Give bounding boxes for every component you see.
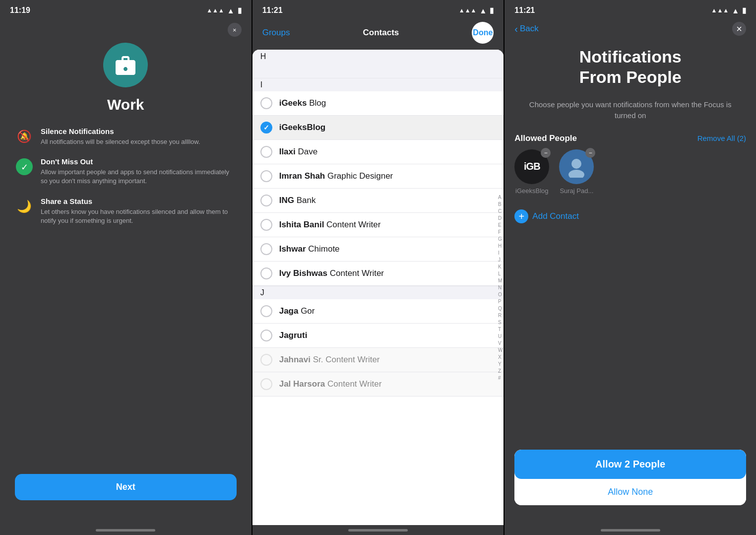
contact-name-ivy: Ivy Bishwas Content Writer [279,268,384,278]
section-i: I [252,78,504,91]
contact-row-ivy[interactable]: Ivy Bishwas Content Writer [252,262,504,286]
radio-jahnavi [260,354,272,366]
radio-ing [260,195,272,206]
contact-row-igeeksblog-chk[interactable]: iGeeksBlog [252,116,504,140]
wifi-icon-3: ▲ [732,6,739,15]
add-contact-label: Add Contact [532,211,579,221]
contact-name-jaga: Jaga Gor [279,306,315,316]
contact-name-ishwar: Ishwar Chimote [279,244,340,254]
contact-row-jahnavi[interactable]: Jahnavi Sr. Content Writer [252,348,504,372]
avatar-remove-igb[interactable]: − [541,148,551,158]
section-j: J [252,286,504,299]
radio-igeeksblog-nochk [260,97,272,109]
status-bar-3: 11:21 ▲▲▲ ▲ ▮ [504,0,756,18]
battery-icon-2: ▮ [490,6,494,15]
home-bar-1 [96,529,155,532]
next-button[interactable]: Next [15,474,237,500]
avatar-igb-wrapper: iGB − [514,149,549,184]
contact-row-ishwar[interactable]: Ishwar Chimote [252,237,504,262]
allowed-people-label: Allowed People [514,134,577,143]
feature-status: 🌙 Share a Status Let others know you hav… [15,197,237,225]
avatar-remove-suraj[interactable]: − [585,148,595,158]
contact-row-igeeksblog-nochk[interactable]: iGeeks Blog [252,91,504,116]
panel1: 11:19 ▲▲▲ ▲ ▮ × Work 🔕 Silence Notificat… [0,0,252,535]
avatar-igb-text: iGB [524,161,540,172]
svg-point-3 [568,170,584,178]
contact-name-ilaxi: Ilaxi Dave [279,147,318,157]
home-indicator-2 [252,525,504,535]
feature-status-title: Share a Status [41,197,237,205]
status-bar-2: 11:21 ▲▲▲ ▲ ▮ [252,0,504,18]
status-bar-1: 11:19 ▲▲▲ ▲ ▮ [0,0,252,18]
work-icon [103,43,148,87]
home-bar-3 [601,529,660,532]
avatar-suraj-name: Suraj Pad... [560,187,593,195]
contact-name-igeeksblog-nochk: iGeeks Blog [279,98,326,108]
remove-all-button[interactable]: Remove All (2) [697,134,746,142]
contacts-scroll: H I iGeeks Blog iGeeksBlog Ilaxi Dave Im… [252,50,504,525]
add-circle-icon: + [514,209,528,223]
groups-button[interactable]: Groups [262,28,290,38]
status-icons-1: ▲▲▲ ▲ ▮ [206,6,242,15]
battery-icon-3: ▮ [742,6,746,15]
radio-ilaxi [260,146,272,158]
status-icon: 🌙 [15,197,34,216]
alphabet-index[interactable]: A B C D E F G H I J K L M N O P Q R S T … [498,194,503,381]
section-h: H [252,50,504,63]
radio-jagruti [260,330,272,341]
avatar-igb-name: iGeeksBlog [515,187,548,195]
add-contact-button[interactable]: + Add Contact [504,209,756,223]
panel1-main: × Work 🔕 Silence Notifications All notif… [0,18,252,525]
notifications-title: NotificationsFrom People [504,42,756,92]
time-3: 11:21 [514,6,535,15]
contact-row-ing[interactable]: ING Bank [252,189,504,213]
dontmiss-icon: ✓ [15,157,34,176]
allow-people-button[interactable]: Allow 2 People [514,450,746,479]
status-icons-3: ▲▲▲ ▲ ▮ [711,6,747,15]
allow-none-button[interactable]: Allow None [514,479,746,505]
done-button[interactable]: Done [472,22,494,44]
contacts-panel-inner: H I iGeeks Blog iGeeksBlog Ilaxi Dave Im… [252,50,504,525]
contact-row-imran[interactable]: Imran Shah Graphic Designer [252,164,504,189]
radio-igeeksblog-chk [260,122,272,134]
contact-name-jahnavi: Jahnavi Sr. Content Writer [279,355,380,365]
contacts-nav: Groups Contacts Done [252,18,504,50]
contact-row-ishita[interactable]: Ishita Banil Content Writer [252,213,504,237]
time-1: 11:19 [10,6,30,15]
section-h-spacer [252,63,504,78]
panel3: 11:21 ▲▲▲ ▲ ▮ ‹ Back × NotificationsFrom… [504,0,756,535]
contact-name-igeeksblog-chk: iGeeksBlog [279,123,326,133]
home-bar-2 [348,529,408,532]
briefcase-icon [114,53,137,77]
panel3-content: ‹ Back × NotificationsFrom People Choose… [504,18,756,525]
radio-ivy [260,268,272,279]
avatars-row: iGB − iGeeksBlog − Suraj Pad... [504,149,756,195]
contacts-title: Contacts [363,28,399,38]
wifi-icon-2: ▲ [479,6,487,15]
contact-row-jal[interactable]: Jal Harsora Content Writer [252,372,504,397]
svg-text:✓: ✓ [21,162,28,172]
status-icons-2: ▲▲▲ ▲ ▮ [459,6,494,15]
battery-icon: ▮ [238,6,242,15]
action-sheet-container: Allow 2 People Allow None [509,450,751,515]
close-button-3[interactable]: × [732,22,746,36]
contact-name-ishita: Ishita Banil Content Writer [279,220,381,230]
signal-icon-3: ▲▲▲ [711,7,729,14]
close-button-1[interactable]: × [228,23,242,37]
allowed-people-header: Allowed People Remove All (2) [504,134,756,149]
avatar-suraj-icon [566,156,587,178]
avatar-suraj-wrapper: − [559,149,594,184]
avatar-item-igb: iGB − iGeeksBlog [514,149,549,195]
contact-row-jaga[interactable]: Jaga Gor [252,299,504,324]
back-chevron-icon: ‹ [514,23,518,35]
signal-icon: ▲▲▲ [206,7,224,14]
feature-silence: 🔕 Silence Notifications All notification… [15,127,237,146]
avatar-item-suraj: − Suraj Pad... [559,149,594,195]
contact-row-jagruti[interactable]: Jagruti [252,324,504,348]
home-indicator-3 [504,525,756,535]
feature-list: 🔕 Silence Notifications All notification… [15,127,237,225]
back-button[interactable]: ‹ Back [514,23,538,35]
radio-jaga [260,305,272,317]
back-label: Back [520,24,539,34]
contact-row-ilaxi[interactable]: Ilaxi Dave [252,140,504,164]
